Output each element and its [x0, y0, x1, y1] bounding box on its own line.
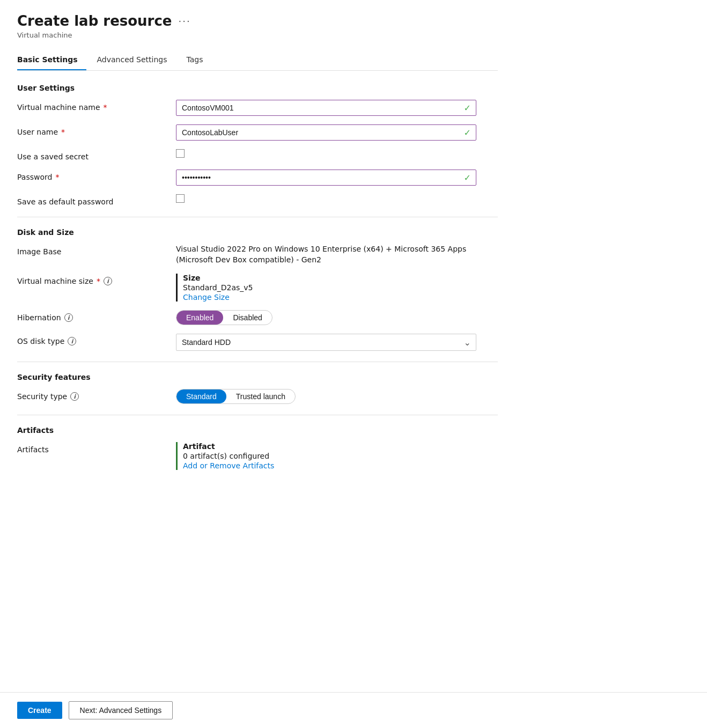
security-features-header: Security features [17, 373, 498, 381]
security-trusted-launch-btn[interactable]: Trusted launch [226, 389, 295, 403]
hibernation-label: Hibernation i [17, 310, 167, 322]
os-disk-type-row: OS disk type i Standard HDD Standard SSD… [17, 334, 498, 351]
security-type-label: Security type i [17, 389, 167, 401]
vm-name-required: * [104, 103, 107, 112]
user-name-label: User name * [17, 124, 167, 136]
page-subtitle: Virtual machine [17, 31, 498, 39]
artifacts-label: Artifacts [17, 442, 167, 454]
artifact-count: 0 artifact(s) configured [183, 452, 498, 460]
user-settings-header: User Settings [17, 84, 498, 92]
hibernation-row: Hibernation i Enabled Disabled [17, 310, 498, 325]
use-saved-secret-control [176, 149, 498, 158]
change-size-link[interactable]: Change Size [183, 293, 230, 302]
password-row: Password * ✓ [17, 170, 498, 186]
hibernation-disabled-btn[interactable]: Disabled [223, 311, 271, 325]
add-remove-artifacts-link[interactable]: Add or Remove Artifacts [183, 461, 274, 470]
tab-advanced-settings[interactable]: Advanced Settings [97, 50, 176, 70]
section-divider-2 [17, 362, 498, 362]
os-disk-type-select[interactable]: Standard HDD Standard SSD Premium SSD [176, 334, 476, 351]
user-name-control: ✓ [176, 124, 498, 141]
security-type-control: Standard Trusted launch [176, 389, 498, 404]
vm-size-row: Virtual machine size * i Size Standard_D… [17, 274, 498, 302]
user-name-input[interactable] [176, 124, 476, 141]
hibernation-toggle-group: Enabled Disabled [176, 310, 273, 325]
password-control: ✓ [176, 170, 498, 186]
os-disk-type-control: Standard HDD Standard SSD Premium SSD ⌄ [176, 334, 498, 351]
vm-name-label: Virtual machine name * [17, 100, 167, 112]
bottom-bar: Create Next: Advanced Settings [0, 692, 707, 728]
hibernation-control: Enabled Disabled [176, 310, 498, 325]
save-default-password-label: Save as default password [17, 194, 167, 206]
disk-size-header: Disk and Size [17, 228, 498, 237]
save-default-password-control [176, 194, 498, 203]
image-base-text: Visual Studio 2022 Pro on Windows 10 Ent… [176, 244, 476, 265]
user-name-check-icon: ✓ [464, 128, 471, 138]
next-advanced-settings-button[interactable]: Next: Advanced Settings [69, 701, 173, 719]
user-name-row: User name * ✓ [17, 124, 498, 141]
security-type-row: Security type i Standard Trusted launch [17, 389, 498, 404]
use-saved-secret-label: Use a saved secret [17, 149, 167, 161]
user-name-required: * [61, 128, 65, 136]
create-button[interactable]: Create [17, 702, 62, 719]
vm-size-info-icon[interactable]: i [104, 277, 112, 285]
image-base-label: Image Base [17, 244, 167, 256]
use-saved-secret-row: Use a saved secret [17, 149, 498, 161]
image-base-control: Visual Studio 2022 Pro on Windows 10 Ent… [176, 244, 498, 265]
security-standard-btn[interactable]: Standard [176, 389, 226, 403]
vm-size-required: * [97, 277, 100, 285]
vm-size-control: Size Standard_D2as_v5 Change Size [176, 274, 498, 302]
os-disk-type-label: OS disk type i [17, 334, 167, 345]
security-type-info-icon[interactable]: i [70, 392, 79, 401]
password-input[interactable] [176, 170, 476, 186]
password-required: * [55, 173, 59, 181]
section-divider-3 [17, 415, 498, 415]
size-box-header: Size [183, 274, 498, 282]
vm-name-input[interactable] [176, 100, 476, 116]
tab-basic-settings[interactable]: Basic Settings [17, 50, 86, 70]
vm-name-control: ✓ [176, 100, 498, 116]
hibernation-info-icon[interactable]: i [64, 313, 73, 322]
security-type-toggle-group: Standard Trusted launch [176, 389, 296, 404]
page-title: Create lab resource [17, 13, 172, 29]
image-base-row: Image Base Visual Studio 2022 Pro on Win… [17, 244, 498, 265]
artifact-box-header: Artifact [183, 442, 498, 451]
save-default-password-row: Save as default password [17, 194, 498, 206]
use-saved-secret-checkbox[interactable] [176, 149, 185, 158]
artifacts-header: Artifacts [17, 426, 498, 435]
hibernation-enabled-btn[interactable]: Enabled [176, 311, 223, 325]
artifacts-control: Artifact 0 artifact(s) configured Add or… [176, 442, 498, 470]
tab-tags[interactable]: Tags [187, 50, 212, 70]
password-check-icon: ✓ [464, 173, 471, 183]
size-box-value: Standard_D2as_v5 [183, 283, 498, 292]
os-disk-type-info-icon[interactable]: i [68, 337, 76, 345]
save-default-password-checkbox[interactable] [176, 194, 185, 203]
vm-name-check-icon: ✓ [464, 103, 471, 113]
tab-bar: Basic Settings Advanced Settings Tags [17, 50, 498, 71]
artifacts-row: Artifacts Artifact 0 artifact(s) configu… [17, 442, 498, 470]
section-divider-1 [17, 217, 498, 217]
more-options-icon[interactable]: ··· [179, 16, 191, 27]
password-label: Password * [17, 170, 167, 181]
vm-name-row: Virtual machine name * ✓ [17, 100, 498, 116]
vm-size-label: Virtual machine size * i [17, 274, 167, 285]
